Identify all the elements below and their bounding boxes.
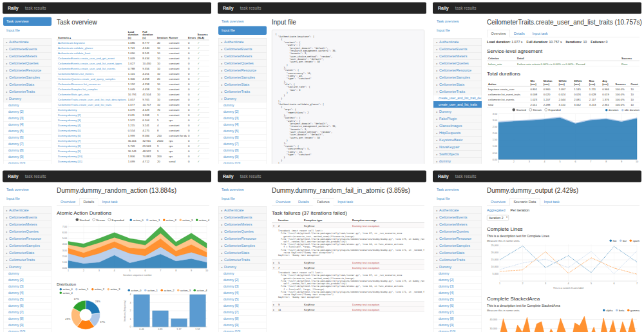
sidebar-group-ceilometerstats[interactable]: ▸CeilometerStats — [433, 81, 482, 88]
navbar-brand[interactable]: Rally — [223, 174, 234, 179]
scenario-link[interactable]: CeilometerEvents.create_user_and_list_ev… — [57, 61, 127, 66]
legend-item-action-0[interactable]: action_0 — [130, 219, 144, 222]
legend-item-action-4[interactable]: action_4 — [196, 219, 209, 222]
navbar-brand[interactable]: Rally — [438, 6, 449, 11]
sidebar-nav-task-overview[interactable]: Task overview — [433, 17, 482, 26]
legend-item-foo[interactable]: foo — [610, 239, 617, 242]
sidebar-group-ceilometerqueries[interactable]: ▸CeilometerQueries — [218, 228, 267, 235]
caret-right-icon[interactable]: ▸ — [272, 260, 277, 265]
scenario-link[interactable]: Dummy.dummy [6] — [57, 133, 127, 138]
sidebar-scenario-dummy-7[interactable]: dummy [7] — [3, 309, 52, 316]
legend-item-action-4[interactable]: action_4 — [194, 289, 207, 292]
scenario-link[interactable]: Authenticate.keystone — [57, 40, 127, 45]
scenario-link[interactable]: Dummy.dummy [11] — [57, 159, 127, 164]
sidebar-group-ceilometersamples[interactable]: ▸CeilometerSamples — [3, 242, 52, 249]
scenario-link[interactable]: Dummy.dummy [10] — [57, 153, 127, 159]
legend-item-alpha[interactable]: alpha — [603, 309, 612, 312]
sidebar-scenario-dummy-10[interactable]: dummy [10] — [3, 160, 52, 164]
navbar-item[interactable]: task results — [25, 174, 46, 179]
legend-item-action-0[interactable]: action_0 — [60, 288, 73, 291]
iteration-select[interactable]: iteration 2▾ — [487, 215, 509, 221]
sidebar-group-ceilometerstats[interactable]: ▸CeilometerStats — [218, 249, 267, 257]
sidebar-scenario-dummy-2[interactable]: dummy [2] — [3, 277, 52, 284]
tab-overview[interactable]: Overview — [487, 198, 509, 206]
sidebar-group-ceilometerresource[interactable]: ▸CeilometerResource — [433, 235, 482, 242]
tab-input-task[interactable]: Input task — [334, 198, 357, 206]
chart-mode-expanded[interactable]: Expanded — [549, 108, 561, 112]
sidebar-group-ceilometerresource[interactable]: ▸CeilometerResource — [218, 235, 267, 242]
sidebar-scenario-dummy-7[interactable]: dummy [7] — [433, 309, 482, 316]
sidebar-scenario-dummy-6[interactable]: dummy [6] — [218, 134, 267, 141]
legend-item-duration[interactable]: duration — [605, 108, 618, 112]
sidebar-group-novakeypair[interactable]: ▸NovaKeypair — [433, 143, 482, 151]
sidebar-group-dummy[interactable]: ▸dummy — [433, 157, 482, 164]
sidebar-group-ceilometermeters[interactable]: ▸CeilometerMeters — [218, 220, 267, 228]
radio-expanded-icon[interactable] — [108, 219, 111, 222]
sidebar-nav-input-file[interactable]: Input file — [433, 26, 482, 35]
sidebar-group-ceilometermeters[interactable]: ▸CeilometerMeters — [3, 52, 52, 60]
caret-down-icon[interactable]: ▾ — [272, 223, 277, 228]
sidebar-group-ceilometerqueries[interactable]: ▸CeilometerQueries — [433, 228, 482, 235]
sidebar-scenario-dummy-6[interactable]: dummy [6] — [3, 134, 52, 141]
scenario-link[interactable]: Dummy.dummy — [57, 107, 127, 112]
tab-overview[interactable]: Overview — [272, 198, 294, 206]
sidebar-scenario-dummy-8[interactable]: dummy [8] — [218, 147, 267, 154]
caret-right-icon[interactable]: ▸ — [272, 307, 277, 312]
sidebar-scenario-dummy-2[interactable]: dummy [2] — [218, 277, 267, 284]
scenario-link[interactable]: Dummy.dummy [8] — [57, 143, 127, 148]
sidebar-group-fakeplugin[interactable]: ▸FakePlugin — [433, 115, 482, 122]
sidebar-nav-input-file[interactable]: Input file — [218, 26, 267, 35]
navbar-item[interactable]: task results — [25, 6, 46, 11]
sidebar-group-ceilometersamples[interactable]: ▸CeilometerSamples — [218, 73, 267, 81]
sidebar-group-glanceimages[interactable]: ▸GlanceImages — [433, 122, 482, 130]
sidebar-scenario-dummy-10[interactable]: dummy [10] — [218, 160, 267, 164]
tab-details[interactable]: Details — [294, 198, 313, 206]
sidebar-group-ceilometertraits[interactable]: ▸CeilometerTraits — [218, 256, 267, 264]
legend-item-idle-duration[interactable]: idle duration — [621, 108, 639, 112]
navbar-item[interactable]: task results — [455, 174, 477, 179]
sidebar-group-ceilometerstats[interactable]: ▸CeilometerStats — [433, 249, 482, 257]
failure-row[interactable]: ▸9KeyErrorDummy test exception — [272, 302, 424, 307]
chart-mode-expanded[interactable]: Expanded — [112, 219, 124, 222]
subnav-aggregated[interactable]: Aggregated — [487, 208, 505, 212]
sidebar-scenario-dummy-3[interactable]: dummy [3] — [433, 283, 482, 290]
sidebar-group-ceilometersamples[interactable]: ▸CeilometerSamples — [3, 73, 52, 81]
sidebar-scenario-dummy-2[interactable]: dummy [2] — [433, 277, 482, 284]
sidebar-scenario-dummy-4[interactable]: dummy [4] — [433, 289, 482, 297]
sidebar-scenario-dummy-2[interactable]: dummy [2] — [3, 108, 52, 115]
sidebar-group-ceilometertraits[interactable]: ▾CeilometerTraits — [433, 88, 482, 95]
sidebar-scenario-dummy-7[interactable]: dummy [7] — [218, 309, 267, 316]
sidebar-group-ceilometerevents[interactable]: ▸CeilometerEvents — [433, 213, 482, 221]
sidebar-group-authenticate[interactable]: ▸Authenticate — [218, 206, 267, 214]
sidebar-scenario-dummy-5[interactable]: dummy [5] — [3, 296, 52, 303]
sidebar-scenario-dummy-9[interactable]: dummy [9] — [3, 153, 52, 161]
sidebar-scenario-dummy-6[interactable]: dummy [6] — [218, 302, 267, 309]
failure-row[interactable]: ▸11KeyErrorDummy test exception — [272, 307, 424, 312]
sidebar-scenario-dummy[interactable]: dummy — [218, 102, 267, 109]
legend-item-action-1[interactable]: action_1 — [144, 289, 158, 292]
chart-mode-stacked[interactable]: Stacked — [516, 108, 526, 112]
navbar-brand[interactable]: Rally — [8, 174, 19, 179]
sidebar-nav-input-file[interactable]: Input file — [3, 195, 52, 204]
sidebar-group-ceilometerstats[interactable]: ▸CeilometerStats — [3, 81, 52, 88]
sidebar-scenario-dummy-8[interactable]: dummy [8] — [218, 315, 267, 322]
sidebar-nav-task-overview[interactable]: Task overview — [433, 186, 482, 195]
sidebar-scenario-dummy-3[interactable]: dummy [3] — [3, 283, 52, 290]
sidebar-group-ceilometertraits[interactable]: ▸CeilometerTraits — [3, 256, 52, 264]
sidebar-scenario-dummy-3[interactable]: dummy [3] — [218, 115, 267, 122]
sidebar-scenario-dummy-4[interactable]: dummy [4] — [3, 289, 52, 297]
legend-item-action-2[interactable]: action_2 — [163, 219, 176, 222]
radio-expanded-icon[interactable] — [545, 108, 548, 112]
radio-stream-icon[interactable] — [92, 219, 95, 222]
sidebar-group-ceilometermeters[interactable]: ▸CeilometerMeters — [218, 52, 267, 60]
sidebar-group-ceilometersamples[interactable]: ▸CeilometerSamples — [433, 242, 482, 249]
legend-item-action-3[interactable]: action_3 — [107, 288, 120, 291]
scenario-link[interactable]: Dummy.dummy [4] — [57, 122, 127, 128]
scenario-link[interactable]: CeilometerTraits.create_user_and_list_tr… — [57, 102, 127, 107]
sidebar-group-ceilometermeters[interactable]: ▸CeilometerMeters — [433, 52, 482, 60]
legend-item-action-2[interactable]: action_2 — [91, 288, 104, 291]
tab-scenario-data[interactable]: Scenario Data — [509, 198, 540, 206]
scenario-link[interactable]: CeilometerEvents.create_user_and_list_ev… — [57, 66, 127, 71]
failure-row[interactable]: ▸5KeyErrorDummy test exception — [272, 260, 424, 265]
scenario-link[interactable]: CeilometerEvents.create_user_and_get_eve… — [57, 55, 127, 61]
